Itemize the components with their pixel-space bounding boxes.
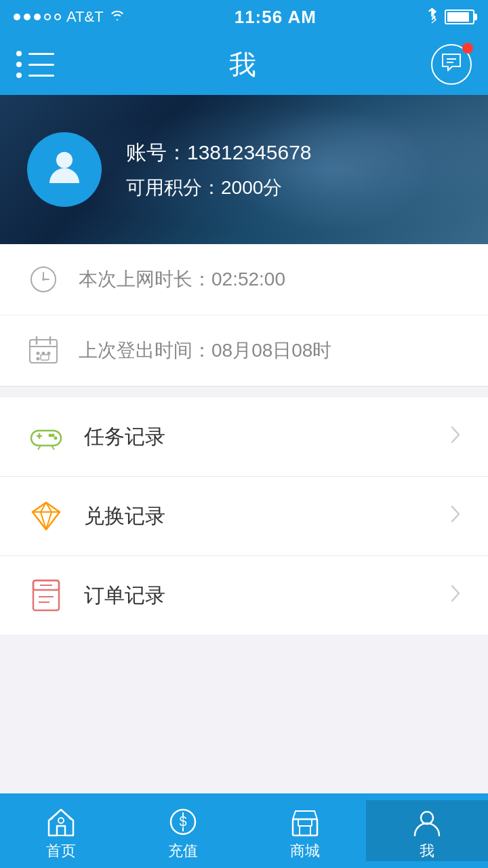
order-record-label: 订单记录 [84, 582, 431, 610]
signal-dot-1 [14, 14, 20, 20]
redeem-record-item[interactable]: 兑换记录 [0, 477, 488, 556]
order-record-item[interactable]: 订单记录 [0, 556, 488, 635]
svg-point-35 [58, 818, 64, 823]
profile-header: 账号：13812345678 可用积分：2000分 [0, 95, 488, 244]
last-logout-text: 上次登出时间：08月08日08时 [79, 338, 331, 363]
signal-dot-2 [24, 14, 30, 20]
session-time-text: 本次上网时长：02:52:00 [79, 267, 285, 292]
signal-dot-3 [34, 14, 41, 20]
page-title: 我 [229, 46, 256, 83]
svg-point-12 [37, 352, 40, 355]
calendar-icon [27, 334, 60, 367]
gamepad-icon [27, 418, 65, 456]
me-tab-label: 我 [420, 841, 434, 861]
status-right [426, 7, 474, 27]
svg-point-7 [42, 278, 45, 281]
menu-section: 任务记录 兑换记录 [0, 397, 488, 635]
signal-dot-4 [44, 14, 51, 20]
last-logout-item: 上次登出时间：08月08日08时 [0, 315, 488, 386]
svg-marker-25 [33, 502, 60, 530]
shop-tab-icon [290, 807, 320, 837]
chevron-right-icon-3 [450, 584, 461, 608]
svg-rect-16 [41, 355, 49, 360]
svg-rect-40 [293, 819, 317, 835]
recharge-tab-icon: $ [168, 807, 198, 837]
account-number: 账号：13812345678 [126, 139, 312, 167]
svg-point-21 [54, 437, 58, 440]
chevron-right-icon-2 [450, 505, 461, 528]
me-tab-icon [412, 807, 442, 837]
message-button[interactable] [431, 44, 472, 85]
home-tab-icon [46, 807, 76, 837]
shop-tab-label: 商城 [290, 841, 320, 861]
svg-rect-42 [300, 826, 310, 835]
info-section: 本次上网时长：02:52:00 上次登出时间：08月08日08时 [0, 244, 488, 387]
home-tab-label: 首页 [46, 841, 76, 861]
wifi-icon [109, 8, 125, 26]
tab-me[interactable]: 我 [366, 800, 488, 861]
status-time: 11:56 AM [235, 7, 317, 28]
svg-point-15 [37, 357, 40, 361]
diamond-icon [27, 497, 65, 535]
signal-dot-5 [54, 14, 61, 20]
notification-badge [462, 43, 473, 54]
tab-shop[interactable]: 商城 [244, 800, 366, 861]
tab-home[interactable]: 首页 [0, 800, 122, 861]
message-icon [441, 53, 462, 77]
battery-fill [447, 12, 469, 22]
svg-rect-41 [298, 819, 312, 826]
nav-bar: 我 [0, 34, 488, 95]
svg-rect-8 [30, 340, 57, 363]
status-left: AT&T [14, 8, 125, 26]
signal-dots [14, 14, 61, 20]
status-bar: AT&T 11:56 AM [0, 0, 488, 34]
tab-recharge[interactable]: $ 充值 [122, 800, 244, 861]
clock-icon [27, 263, 60, 296]
task-record-item[interactable]: 任务记录 [0, 397, 488, 477]
bluetooth-icon [426, 7, 438, 27]
battery-indicator [445, 9, 474, 24]
profile-info: 账号：13812345678 可用积分：2000分 [126, 139, 312, 201]
svg-rect-34 [57, 826, 65, 835]
points-display: 可用积分：2000分 [126, 175, 312, 201]
redeem-record-label: 兑换记录 [84, 502, 431, 530]
avatar-icon [44, 145, 85, 194]
recharge-tab-label: 充值 [168, 841, 198, 861]
svg-point-24 [49, 434, 52, 437]
svg-point-43 [421, 812, 433, 824]
chevron-right-icon [450, 425, 461, 449]
menu-button[interactable] [16, 51, 54, 78]
svg-point-3 [56, 152, 73, 168]
session-time-item: 本次上网时长：02:52:00 [0, 244, 488, 315]
order-icon [27, 576, 65, 614]
tab-bar: 首页 $ 充值 商城 [0, 793, 488, 868]
task-record-label: 任务记录 [84, 423, 431, 451]
user-avatar[interactable] [27, 132, 102, 207]
carrier-label: AT&T [66, 8, 104, 26]
